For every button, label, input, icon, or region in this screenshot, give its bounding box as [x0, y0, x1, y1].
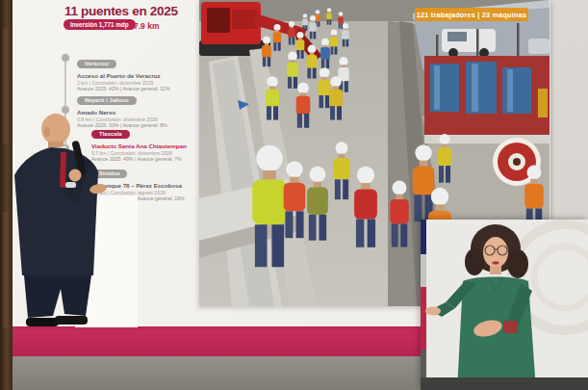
- neck: [490, 266, 501, 274]
- investment-badge: Inversión 1,771 mdp: [64, 19, 136, 30]
- yellow-sign: [538, 89, 548, 117]
- trousers: [24, 275, 91, 318]
- slide-title: 11 puentes en 2025: [64, 4, 178, 18]
- hair-side: [465, 248, 484, 275]
- flag-edge-strip: [421, 220, 426, 378]
- wristwatch: [65, 182, 76, 188]
- hand-on-microphone: [69, 169, 82, 182]
- project-name: Acceso al Puerto de Veracruz: [77, 72, 202, 79]
- total-length-label: 7.9 km: [134, 21, 159, 31]
- red-tie: [60, 152, 66, 188]
- shoe: [26, 318, 59, 326]
- red-wristband: [503, 321, 518, 333]
- lips: [492, 261, 499, 264]
- hair-side: [507, 249, 528, 278]
- broadcast-frame: 11 puentes en 2025 Inversión 1,771 mdp 7…: [0, 0, 588, 390]
- workers-count-badge: 121 trabajadores | 23 máquinas: [415, 8, 528, 21]
- red-storefront: [424, 56, 550, 143]
- speaker-figure: [5, 87, 140, 337]
- ear: [44, 127, 50, 137]
- sign-language-interpreter-box: [421, 220, 588, 390]
- timeline-dot: [62, 54, 69, 62]
- parked-car: [528, 39, 550, 54]
- shoe: [55, 316, 88, 325]
- interpreter-bottom-bar: [421, 377, 588, 390]
- speaker-body: [14, 114, 108, 326]
- state-pill: Veracruz: [77, 60, 116, 69]
- right-hand: [425, 306, 441, 315]
